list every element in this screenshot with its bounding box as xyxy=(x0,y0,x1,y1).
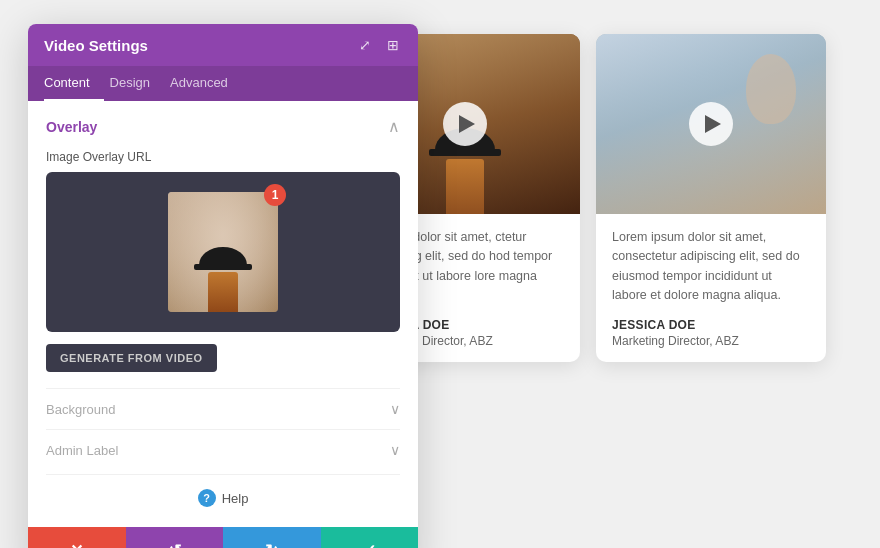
play-triangle-icon-2 xyxy=(705,115,721,133)
redo-button[interactable]: ↻ xyxy=(223,527,321,548)
card2-text: Lorem ipsum dolor sit amet, consectetur … xyxy=(612,228,810,306)
card2-image xyxy=(596,34,826,214)
tab-content[interactable]: Content xyxy=(44,66,104,101)
overlay-section-header: Overlay ∧ xyxy=(46,117,400,136)
modal-tabs: Content Design Advanced xyxy=(28,66,418,101)
modal-body: Overlay ∧ Image Overlay URL xyxy=(28,101,418,527)
image-thumbnail xyxy=(168,192,278,312)
background-label: Background xyxy=(46,402,115,417)
modal-footer: ✕ ↺ ↻ ✓ xyxy=(28,527,418,548)
video-settings-modal: Video Settings ⤢ ⊞ Content Design Advanc… xyxy=(28,24,418,548)
cancel-button[interactable]: ✕ xyxy=(28,527,126,548)
modal-header: Video Settings ⤢ ⊞ xyxy=(28,24,418,66)
header-icons: ⤢ ⊞ xyxy=(356,36,402,54)
image-upload-area[interactable]: 1 xyxy=(46,172,400,332)
card2-play-button[interactable] xyxy=(689,102,733,146)
save-button[interactable]: ✓ xyxy=(321,527,419,548)
help-icon[interactable]: ? xyxy=(198,489,216,507)
cards-area: n ipsum dolor sit amet, ctetur adipiscin… xyxy=(350,34,870,514)
undo-icon: ↺ xyxy=(168,541,181,549)
redo-icon: ↻ xyxy=(265,541,278,549)
card1-play-button[interactable] xyxy=(443,102,487,146)
save-icon: ✓ xyxy=(363,541,376,549)
image-thumb-wrapper: 1 xyxy=(168,192,278,312)
background-toggle-icon: ∨ xyxy=(390,401,400,417)
help-row: ? Help xyxy=(46,474,400,511)
overlay-section-title: Overlay xyxy=(46,119,97,135)
tab-advanced[interactable]: Advanced xyxy=(170,66,242,101)
tab-design[interactable]: Design xyxy=(110,66,164,101)
collapse-panel-icon[interactable]: ⊞ xyxy=(384,36,402,54)
undo-button[interactable]: ↺ xyxy=(126,527,224,548)
expand-icon[interactable]: ⤢ xyxy=(356,36,374,54)
video-card-2: Lorem ipsum dolor sit amet, consectetur … xyxy=(596,34,826,362)
admin-label-toggle-icon: ∨ xyxy=(390,442,400,458)
image-overlay-label: Image Overlay URL xyxy=(46,150,400,164)
card2-job-title: Marketing Director, ABZ xyxy=(612,334,810,348)
play-triangle-icon xyxy=(459,115,475,133)
admin-label-section-row[interactable]: Admin Label ∨ xyxy=(46,429,400,470)
help-text[interactable]: Help xyxy=(222,491,249,506)
admin-label-label: Admin Label xyxy=(46,443,118,458)
badge-number: 1 xyxy=(264,184,286,206)
overlay-toggle-icon[interactable]: ∧ xyxy=(388,117,400,136)
modal-title: Video Settings xyxy=(44,37,148,54)
generate-from-video-button[interactable]: GENERATE FROM VIDEO xyxy=(46,344,217,372)
card2-body: Lorem ipsum dolor sit amet, consectetur … xyxy=(596,214,826,362)
background-section-row[interactable]: Background ∨ xyxy=(46,388,400,429)
cancel-icon: ✕ xyxy=(70,541,83,549)
scene: n ipsum dolor sit amet, ctetur adipiscin… xyxy=(10,14,870,534)
card2-name: JESSICA DOE xyxy=(612,318,810,332)
